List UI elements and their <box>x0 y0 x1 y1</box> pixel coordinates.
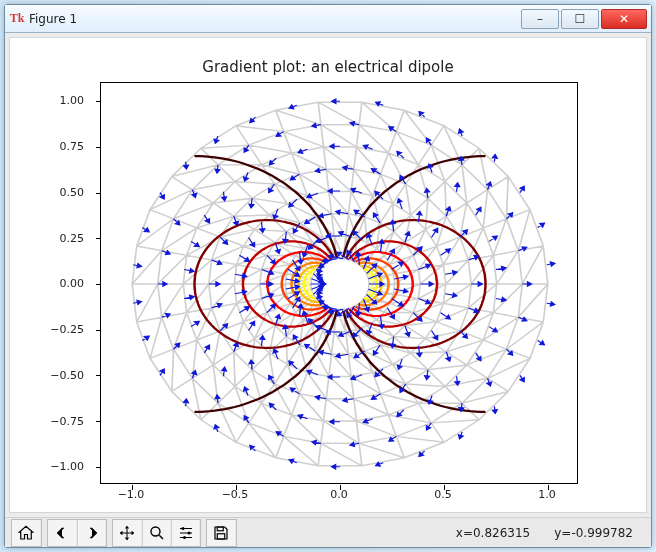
zoom-button[interactable] <box>142 520 170 546</box>
home-button[interactable] <box>12 520 40 546</box>
window-title: Figure 1 <box>29 12 77 26</box>
ytick-label: −0.25 <box>14 323 84 336</box>
svg-point-0 <box>151 527 160 536</box>
figure-canvas[interactable]: Gradient plot: an electrical dipole 1.00… <box>9 37 647 513</box>
toolbar: x=0.826315 y=-0.999782 <box>5 517 651 547</box>
ytick-label: −0.50 <box>14 369 84 382</box>
cursor-x: x=0.826315 <box>456 526 530 540</box>
svg-rect-4 <box>217 527 223 531</box>
forward-button[interactable] <box>77 520 105 546</box>
svg-rect-5 <box>217 533 225 538</box>
home-icon <box>17 524 35 542</box>
svg-point-1 <box>181 527 184 530</box>
arrow-left-icon <box>53 524 71 542</box>
move-icon <box>118 524 136 542</box>
status-bar: x=0.826315 y=-0.999782 <box>456 526 645 540</box>
ytick-label: 1.00 <box>14 94 84 107</box>
system-buttons: – ☐ ✕ <box>519 9 647 29</box>
ytick-label: 0.50 <box>14 186 84 199</box>
xtick-label: −0.5 <box>222 488 249 501</box>
save-button[interactable] <box>207 520 235 546</box>
save-icon <box>212 524 230 542</box>
close-button[interactable]: ✕ <box>601 9 647 29</box>
xtick-label: 0.5 <box>434 488 452 501</box>
svg-point-3 <box>183 536 186 539</box>
axes <box>100 82 578 484</box>
ytick-label: 0.25 <box>14 232 84 245</box>
plot-svg <box>101 83 579 485</box>
sliders-icon <box>177 524 195 542</box>
ytick-label: 0.75 <box>14 140 84 153</box>
xtick-label: 1.0 <box>538 488 556 501</box>
ytick-label: −0.75 <box>14 415 84 428</box>
ytick-label: 0.00 <box>14 277 84 290</box>
svg-point-2 <box>187 531 190 534</box>
zoom-icon <box>148 524 166 542</box>
figure: Gradient plot: an electrical dipole 1.00… <box>10 38 646 512</box>
titlebar: Tk Figure 1 – ☐ ✕ <box>5 5 651 33</box>
minimize-button[interactable]: – <box>521 9 559 29</box>
cursor-y: y=-0.999782 <box>554 526 633 540</box>
ytick-label: −1.00 <box>14 460 84 473</box>
back-button[interactable] <box>48 520 76 546</box>
tk-icon: Tk <box>9 11 25 27</box>
app-window: Tk Figure 1 – ☐ ✕ Gradient plot: an elec… <box>4 4 652 548</box>
arrow-right-icon <box>83 524 101 542</box>
maximize-button[interactable]: ☐ <box>561 9 599 29</box>
chart-title: Gradient plot: an electrical dipole <box>10 58 646 76</box>
xtick-label: −1.0 <box>118 488 145 501</box>
xtick-label: 0.0 <box>330 488 348 501</box>
pan-button[interactable] <box>113 520 141 546</box>
configure-button[interactable] <box>171 520 199 546</box>
